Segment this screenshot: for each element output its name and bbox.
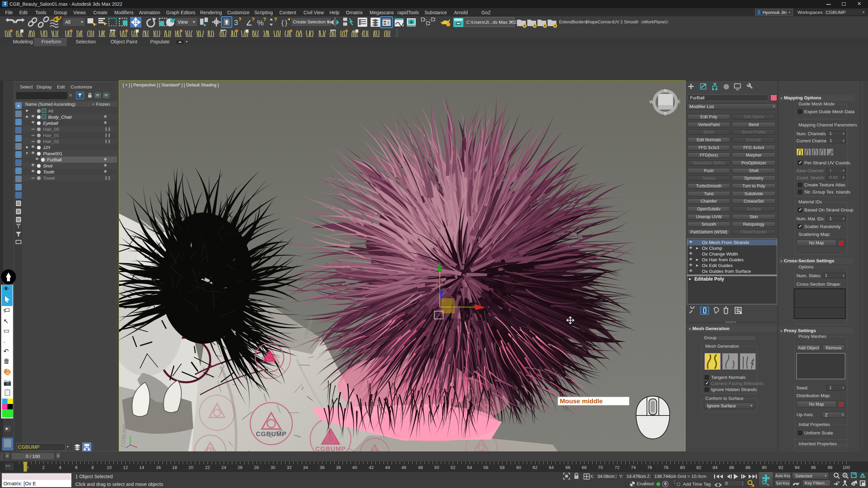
svg-text:N: N xyxy=(664,88,667,93)
svg-text:[ + ] [ Perspective ] [ Standa: [ + ] [ Perspective ] [ Standard* ] [ De… xyxy=(123,83,219,87)
svg-text:View: View xyxy=(178,19,188,25)
svg-text:Create Selection Se​l: Create Selection Se​l xyxy=(293,19,333,24)
svg-text:All: All xyxy=(65,19,71,25)
svg-text:Mouse middle: Mouse middle xyxy=(560,398,603,405)
svg-text:S: S xyxy=(664,111,667,116)
svg-text:W: W xyxy=(649,100,653,104)
svg-text:?: ? xyxy=(263,16,266,22)
svg-text:CGBUMP: CGBUMP xyxy=(315,445,346,451)
svg-text:?: ? xyxy=(238,16,241,22)
svg-text:?: ? xyxy=(252,16,255,22)
svg-text:{ }: { } xyxy=(281,19,288,26)
svg-text:3: 3 xyxy=(234,18,238,27)
svg-text:%: % xyxy=(257,19,264,27)
svg-text:?: ? xyxy=(274,16,277,22)
svg-text:E: E xyxy=(678,99,680,104)
